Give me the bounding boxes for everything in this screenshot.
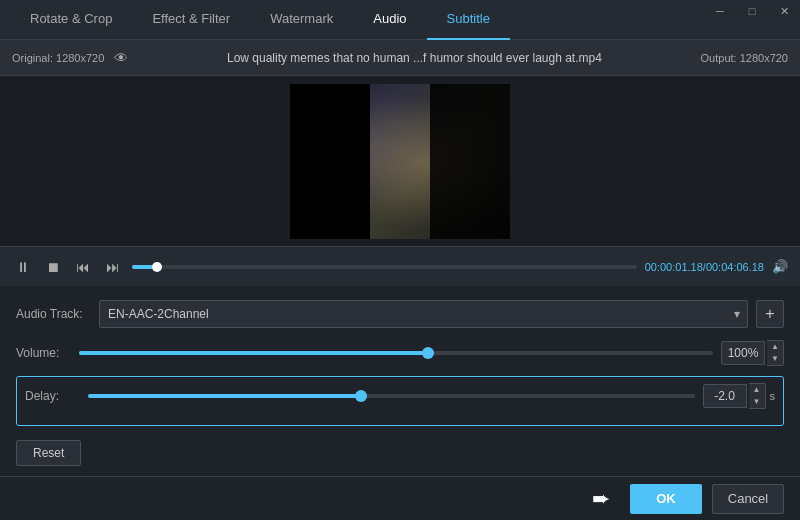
- video-black-right: [430, 84, 510, 239]
- volume-up-button[interactable]: ▲: [767, 341, 783, 353]
- volume-row: Volume: 100% ▲ ▼: [16, 340, 784, 366]
- playback-bar: ⏸ ⏹ ⏮ ⏭ 00:00:01.18/00:04:06.18 🔊: [0, 246, 800, 286]
- close-button[interactable]: ✕: [768, 0, 800, 22]
- delay-down-button[interactable]: ▼: [749, 396, 765, 408]
- bottom-bar: ➨ OK Cancel: [0, 476, 800, 520]
- ok-button[interactable]: OK: [630, 484, 702, 514]
- tab-bar: Rotate & Crop Effect & Filter Watermark …: [0, 0, 800, 40]
- tab-audio[interactable]: Audio: [353, 0, 426, 40]
- volume-thumb: [422, 347, 434, 359]
- original-resolution: Original: 1280x720: [12, 52, 104, 64]
- progress-track[interactable]: [132, 265, 637, 269]
- volume-spinners: ▲ ▼: [767, 340, 784, 366]
- video-black-left: [290, 84, 370, 239]
- tab-subtitle[interactable]: Subtitle: [427, 0, 510, 40]
- volume-slider[interactable]: [79, 351, 713, 355]
- delay-value: -2.0: [703, 384, 747, 408]
- output-resolution: Output: 1280x720: [701, 52, 788, 64]
- total-time: 00:04:06.18: [706, 261, 764, 273]
- volume-icon[interactable]: 🔊: [772, 259, 788, 274]
- window-controls: ─ □ ✕: [704, 0, 800, 22]
- delay-spinners: ▲ ▼: [749, 383, 766, 409]
- tab-effect-filter[interactable]: Effect & Filter: [132, 0, 250, 40]
- current-time: 00:00:01.18: [645, 261, 703, 273]
- volume-down-button[interactable]: ▼: [767, 353, 783, 365]
- delay-unit: s: [770, 390, 776, 402]
- volume-value: 100%: [721, 341, 765, 365]
- volume-value-wrap: 100% ▲ ▼: [721, 340, 784, 366]
- volume-row-container: Volume: 100% ▲ ▼: [16, 340, 784, 366]
- add-track-button[interactable]: +: [756, 300, 784, 328]
- track-select[interactable]: EN-AAC-2Channel: [99, 300, 748, 328]
- delay-row-container: Delay: -2.0 ▲ ▼ s: [16, 376, 784, 426]
- delay-value-wrap: -2.0 ▲ ▼ s: [703, 383, 776, 409]
- audio-panel: Audio Track: EN-AAC-2Channel + Volume: 1…: [0, 286, 800, 476]
- maximize-button[interactable]: □: [736, 0, 768, 22]
- arrow-icon: ➨: [592, 486, 610, 512]
- filename: Low quality memes that no human ...f hum…: [138, 51, 690, 65]
- tab-watermark[interactable]: Watermark: [250, 0, 353, 40]
- volume-label: Volume:: [16, 346, 71, 360]
- track-label: Audio Track:: [16, 307, 91, 321]
- track-select-wrap: EN-AAC-2Channel: [99, 300, 748, 328]
- video-preview: [290, 84, 510, 239]
- delay-label: Delay:: [25, 389, 80, 403]
- progress-thumb: [152, 262, 162, 272]
- cancel-button[interactable]: Cancel: [712, 484, 784, 514]
- reset-button[interactable]: Reset: [16, 440, 81, 466]
- track-row: Audio Track: EN-AAC-2Channel +: [16, 300, 784, 328]
- minimize-button[interactable]: ─: [704, 0, 736, 22]
- time-display: 00:00:01.18/00:04:06.18: [645, 261, 764, 273]
- video-area: [0, 76, 800, 246]
- delay-up-button[interactable]: ▲: [749, 384, 765, 396]
- next-button[interactable]: ⏭: [102, 256, 124, 278]
- delay-thumb: [355, 390, 367, 402]
- delay-slider[interactable]: [88, 394, 695, 398]
- delay-row: Delay: -2.0 ▲ ▼ s: [25, 383, 775, 409]
- prev-button[interactable]: ⏮: [72, 256, 94, 278]
- pause-button[interactable]: ⏸: [12, 256, 34, 278]
- delay-fill: [88, 394, 361, 398]
- filename-bar: Original: 1280x720 👁 Low quality memes t…: [0, 40, 800, 76]
- volume-fill: [79, 351, 428, 355]
- eye-icon[interactable]: 👁: [114, 50, 128, 66]
- stop-button[interactable]: ⏹: [42, 256, 64, 278]
- tab-rotate-crop[interactable]: Rotate & Crop: [10, 0, 132, 40]
